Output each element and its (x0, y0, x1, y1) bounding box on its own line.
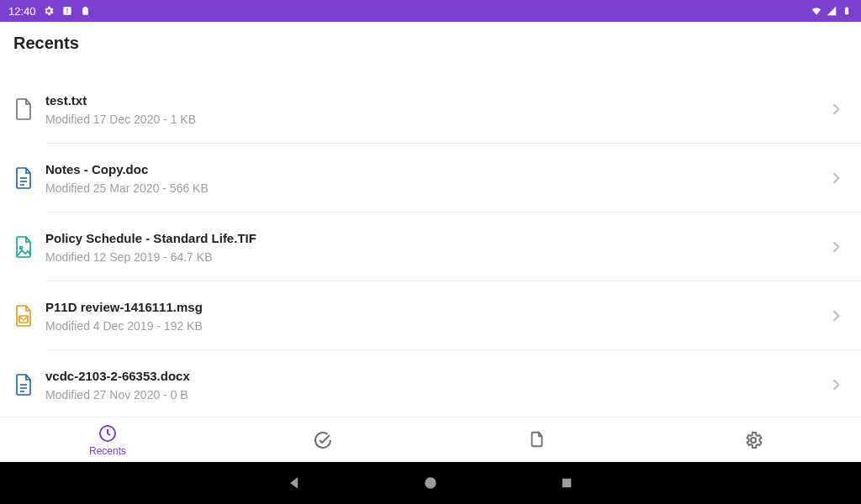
file-icon (528, 430, 548, 450)
tab-recents[interactable]: Recents (0, 423, 215, 457)
chevron-right-icon (824, 101, 848, 118)
file-name: vcdc-2103-2-66353.docx (45, 369, 824, 383)
gear-icon (743, 430, 763, 450)
list-item-body: Policy Schedule - Standard Life.TIF Modi… (45, 231, 824, 264)
overview-button[interactable] (557, 474, 576, 492)
list-item[interactable]: Notes - Copy.doc Modified 25 Mar 2020 - … (0, 144, 861, 213)
signal-icon (826, 5, 837, 17)
svg-rect-5 (845, 8, 848, 14)
home-button[interactable] (421, 474, 440, 492)
status-bar: 12:40 (0, 0, 861, 22)
svg-point-10 (20, 247, 23, 249)
list-item[interactable]: P11D review-1416111.msg Modified 4 Dec 2… (0, 281, 861, 350)
page-title: Recents (0, 22, 861, 58)
tab-files[interactable] (430, 430, 646, 450)
file-meta: Modified 17 Dec 2020 - 1 KB (45, 113, 824, 126)
svg-rect-18 (563, 479, 572, 488)
file-generic-icon (12, 97, 45, 121)
svg-rect-3 (82, 8, 88, 15)
system-nav-bar (0, 462, 861, 504)
svg-rect-6 (846, 7, 848, 8)
clipboard-icon (80, 5, 92, 17)
list-item[interactable]: vcdc-2103-2-66353.docx Modified 27 Nov 2… (0, 350, 861, 419)
file-name: P11D review-1416111.msg (45, 300, 824, 314)
status-time: 12:40 (8, 5, 36, 18)
status-right (811, 5, 853, 17)
file-meta: Modified 27 Nov 2020 - 0 B (45, 388, 824, 402)
file-meta: Modified 25 Mar 2020 - 566 KB (45, 181, 824, 195)
svg-point-16 (751, 438, 756, 443)
file-name: Policy Schedule - Standard Life.TIF (45, 231, 824, 245)
gear-icon (43, 5, 55, 17)
list-item-body: test.txt Modified 17 Dec 2020 - 1 KB (45, 93, 824, 126)
list-item-body: Notes - Copy.doc Modified 25 Mar 2020 - … (45, 162, 824, 195)
file-image-icon (12, 235, 45, 259)
file-doc-icon (12, 373, 45, 396)
back-button[interactable] (285, 474, 304, 492)
list-item[interactable]: Policy Schedule - Standard Life.TIF Modi… (0, 213, 861, 281)
warning-icon (61, 5, 73, 17)
svg-rect-1 (66, 8, 67, 12)
clock-icon (98, 423, 118, 444)
list-item-body: vcdc-2103-2-66353.docx Modified 27 Nov 2… (45, 369, 824, 402)
chevron-right-icon (824, 307, 848, 324)
status-left: 12:40 (8, 5, 92, 18)
check-icon (313, 430, 333, 450)
file-doc-icon (12, 166, 45, 190)
tab-tasks[interactable] (215, 430, 430, 450)
chevron-right-icon (824, 170, 848, 186)
file-list: test.txt Modified 17 Dec 2020 - 1 KB Not… (0, 58, 861, 419)
file-meta: Modified 12 Sep 2019 - 64.7 KB (45, 250, 824, 264)
svg-rect-4 (84, 7, 87, 8)
chevron-right-icon (824, 376, 848, 393)
file-name: test.txt (45, 93, 824, 108)
list-item[interactable]: test.txt Modified 17 Dec 2020 - 1 KB (0, 75, 861, 144)
tab-settings[interactable] (646, 430, 861, 450)
svg-rect-2 (66, 13, 67, 13)
list-item-body: P11D review-1416111.msg Modified 4 Dec 2… (45, 300, 824, 333)
svg-point-17 (425, 477, 436, 488)
file-meta: Modified 4 Dec 2019 - 192 KB (45, 319, 824, 333)
nav-label: Recents (89, 445, 126, 457)
battery-icon (841, 5, 853, 17)
file-msg-icon (12, 304, 45, 328)
chevron-right-icon (824, 239, 848, 255)
bottom-nav: Recents (0, 417, 861, 462)
file-name: Notes - Copy.doc (45, 162, 824, 176)
wifi-icon (811, 5, 822, 17)
